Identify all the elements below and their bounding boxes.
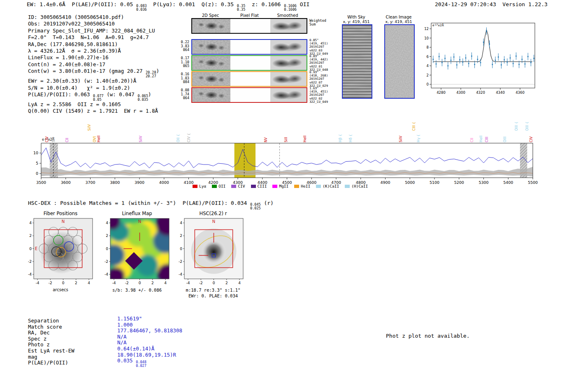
emission-line-label: OIII {	[514, 122, 518, 131]
info-line: LineFlux = 1.90(±0.27)e-16	[28, 54, 159, 61]
svg-text:-4: -4	[186, 281, 190, 285]
spec2d-2dspec-image	[192, 19, 230, 33]
legend-label: Lyα	[199, 184, 206, 188]
svg-text:-4: -4	[112, 281, 116, 285]
spec2d-row-weights: 0.17 1.10 065	[178, 56, 189, 68]
svg-text:-4: -4	[105, 272, 108, 276]
legend-swatch	[345, 185, 350, 188]
emission-line-label: Hγ {	[416, 134, 420, 142]
with-sky-image	[342, 24, 372, 99]
legend-swatch	[251, 185, 256, 188]
svg-text:5: 5	[36, 161, 38, 165]
svg-text:2: 2	[29, 234, 32, 238]
svg-text:-4: -4	[28, 272, 32, 276]
info-line: Primary Spec_Slot_IFU_AMP: 322_084_062_L…	[28, 28, 159, 34]
svg-text:0: 0	[29, 247, 32, 251]
match-row-value: 177.846467, 50.818308	[117, 327, 182, 334]
lineflux-map-title: Lineflux Map	[98, 211, 176, 216]
svg-text:4: 4	[164, 281, 167, 285]
legend-item: HeII	[294, 184, 310, 188]
legend-swatch	[212, 185, 217, 188]
match-row-label: mag	[28, 354, 37, 360]
spec2d-col-header: Smoothed	[269, 13, 306, 18]
info-line: Obs: 20191207v022_3005065410	[28, 21, 159, 27]
info-line: Cont(n) = 2.40(±0.08)e-17	[28, 61, 159, 68]
emission-line-label: Hδ {	[348, 134, 353, 142]
svg-text:3500: 3500	[36, 180, 46, 185]
svg-text:0: 0	[36, 171, 38, 176]
svg-text:5300: 5300	[478, 180, 488, 185]
hsc-cutout-title: HSC(26.2) r	[172, 211, 254, 216]
legend-item: (K)CaII	[316, 184, 339, 188]
emission-line-label: SiII	[284, 137, 288, 142]
fiber-positions-panel: NE-4-4-2-2002244	[21, 216, 100, 286]
svg-text:4: 4	[238, 281, 241, 285]
legend-label: (H)CaII	[351, 184, 368, 188]
emission-line-label: NV	[264, 137, 268, 142]
svg-text:4320: 4320	[476, 90, 485, 95]
emission-line-label: OVI	[93, 136, 97, 142]
svg-text:5500: 5500	[528, 180, 538, 185]
svg-text:4000: 4000	[159, 180, 169, 185]
svg-text:4: 4	[88, 281, 90, 285]
fiber-positions-title: Fiber Positions	[21, 211, 100, 216]
match-row-value: N/A	[117, 339, 127, 346]
spec2d-row-annotation: 0.93" (418, 268) 20191207 v022_07 322_LU…	[309, 71, 328, 88]
emission-line-label: SiII	[51, 137, 56, 142]
svg-text:-4: -4	[179, 272, 182, 276]
info-line: ID: 3005065410 (3005065410.pdf)	[28, 14, 159, 21]
sky-bands-overlay	[343, 25, 372, 98]
spec2d-pixelflat-image	[232, 56, 269, 70]
svg-text:5400: 5400	[503, 180, 513, 185]
svg-text:-2: -2	[125, 281, 129, 285]
legend-item: (H)CaII	[345, 184, 368, 188]
legend-item: CIV	[231, 184, 245, 188]
spec2d-row-weights: 0.22 3.83 064	[178, 40, 189, 52]
svg-text:0: 0	[106, 247, 108, 251]
emission-line-label: HeII	[97, 135, 101, 142]
timestamp-version: 2024-12-29 07:20:43 Version 1.22.3	[435, 1, 548, 7]
info-line: EWr = 2.30(±0.33) (w: 1.40(±0.20))Å	[28, 78, 159, 84]
svg-text:2: 2	[151, 281, 154, 285]
legend-label: (K)CaII	[323, 184, 339, 188]
info-line: Cont(w) = 3.80(±0.01)e-17 (gmag 20.27 20…	[28, 68, 159, 78]
match-row-value: 1.15619"	[117, 315, 142, 322]
legend-label: CIII	[258, 184, 267, 188]
svg-text:4: 4	[427, 64, 429, 68]
svg-text:-2: -2	[105, 260, 108, 264]
svg-text:0: 0	[139, 281, 141, 285]
emission-line-label: CIII {	[412, 122, 416, 131]
svg-text:N: N	[138, 219, 141, 224]
value-uncertainty-stack: 0.350.35	[237, 4, 245, 11]
spec2d-col-header: Pixel Flat	[231, 13, 268, 18]
spec2d-row-annotation: 0.83" (419, 442) 20191207 v022_01 322_LU…	[309, 55, 328, 72]
spec2d-smoothed-image	[270, 56, 307, 70]
emission-line-label: OIII	[503, 137, 507, 142]
svg-text:-2: -2	[199, 281, 203, 285]
legend-label: CIV	[238, 184, 245, 188]
hsc-image-panel: N-4-4-2-2002244	[172, 216, 250, 286]
svg-text:e-17x2Å: e-17x2Å	[432, 23, 444, 28]
svg-text:2: 2	[106, 234, 108, 238]
hsc-dex-match-line: HSC-DEX : Possible Matches = 1 (within +…	[28, 200, 274, 210]
svg-text:3900: 3900	[135, 180, 144, 185]
info-line: F=2.0" T=0.143 N=1.06 A=0.91 g=24.7	[28, 34, 159, 41]
svg-text:2: 2	[427, 73, 429, 77]
spec2d-row-strip	[191, 55, 307, 71]
spec2d-row-annotation: 0.85" (419, 451) 20191207 v022_03 322_LU…	[309, 39, 328, 56]
value-uncertainty-stack: 0.0480.027	[136, 360, 146, 367]
legend-swatch	[193, 185, 197, 188]
svg-text:10: 10	[33, 151, 38, 155]
match-row-label: RA, Dec	[28, 329, 50, 336]
legend-item: OII	[212, 184, 225, 188]
legend-swatch	[294, 185, 299, 188]
full-spectrum-plot: 3500360037003800390040004100420043004400…	[21, 111, 540, 187]
emission-line-label: CIII	[485, 137, 489, 142]
spec2d-row-strip	[191, 87, 307, 103]
match-row-value: 0.64(±0.14)Å	[117, 346, 154, 352]
svg-text:-2: -2	[49, 281, 52, 285]
elixer-detection-report: EW: 1.4±0.6Å P(LAE)/P(OII): 0.05 0.0830.…	[0, 0, 576, 392]
svg-text:12: 12	[424, 27, 429, 31]
svg-text:2: 2	[75, 281, 77, 285]
with-sky-title: With Sky	[341, 15, 372, 19]
